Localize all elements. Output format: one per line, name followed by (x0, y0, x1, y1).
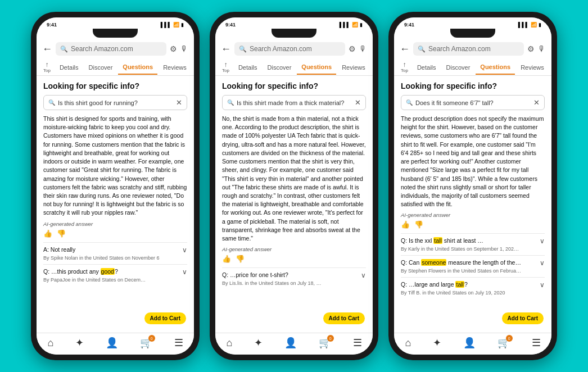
tab-details-2[interactable]: Details (234, 61, 262, 74)
section-title-2: Looking for specific info? (222, 81, 366, 90)
qa-chevron-1-0[interactable]: ∨ (182, 246, 187, 254)
star-icon-1[interactable]: ✦ (75, 337, 84, 349)
thumbdown-icon-2[interactable]: 👎 (236, 255, 245, 263)
search-icon-2: 🔍 (239, 46, 247, 53)
settings-icon-3[interactable]: ⚙ (527, 44, 535, 53)
search-icon-3: 🔍 (418, 46, 426, 53)
thumbdown-icon-1[interactable]: 👎 (57, 229, 66, 238)
tab-reviews-1[interactable]: Reviews (159, 61, 191, 74)
tab-discover-3[interactable]: Discover (442, 61, 475, 74)
tab-top-3[interactable]: ↑ Top (397, 59, 411, 75)
search-bar-text-2: Search Amazon.com (250, 45, 341, 53)
qa-chevron-3-2[interactable]: ∨ (540, 281, 545, 289)
clear-btn-2[interactable]: ✕ (355, 98, 361, 107)
mic-icon-3[interactable]: 🎙 (538, 44, 546, 53)
highlight-tall-2: tall (455, 281, 464, 288)
clear-btn-3[interactable]: ✕ (533, 98, 540, 107)
mic-icon-2[interactable]: 🎙 (359, 44, 367, 53)
back-arrow-1[interactable]: ← (42, 43, 52, 55)
thumbup-icon-2[interactable]: 👍 (222, 255, 231, 263)
add-to-cart-btn-1[interactable]: Add to Cart (144, 312, 186, 324)
question-input-1: Is this shirt good for running? (58, 99, 173, 106)
amazon-header-1: ← 🔍 Search Amazon.com ⚙ 🎙 (37, 39, 194, 59)
tab-reviews-3[interactable]: Reviews (516, 61, 549, 74)
qa-meta-2-0: By Lis.lis. in the United States on July… (222, 280, 366, 286)
settings-icon-2[interactable]: ⚙ (349, 44, 356, 53)
tab-questions-1[interactable]: Questions (118, 60, 157, 75)
qa-meta-3-2: By Tiff B. in the United States on July … (401, 290, 545, 296)
cart-badge-3: 0 (506, 335, 513, 342)
menu-icon-1[interactable]: ☰ (174, 337, 183, 349)
star-icon-3[interactable]: ✦ (433, 337, 441, 349)
bottom-bar-2: ⌂ ✦ 👤 🛒 0 ☰ Add to Cart (215, 333, 373, 355)
qa-item-1-0: A: Not really ∨ By Spike Nolan in the Un… (43, 242, 187, 264)
clear-btn-1[interactable]: ✕ (176, 98, 182, 107)
search-icon-input-3: 🔍 (406, 99, 413, 106)
amazon-header-3: ← 🔍 Search Amazon.com ⚙ 🎙 (394, 39, 551, 59)
ai-label-3: AI-generated answer (401, 212, 545, 218)
answer-text-3: The product description does not specify… (401, 115, 545, 208)
qa-chevron-3-1[interactable]: ∨ (540, 259, 545, 267)
cart-icon-2[interactable]: 🛒 0 (319, 337, 331, 349)
tab-details-1[interactable]: Details (55, 61, 83, 74)
cart-icon-1[interactable]: 🛒 0 (140, 337, 152, 349)
user-icon-2[interactable]: 👤 (284, 337, 297, 349)
home-icon-1[interactable]: ⌂ (47, 337, 53, 349)
thumbup-icon-3[interactable]: 👍 (401, 220, 410, 229)
search-bar-2[interactable]: 🔍 Search Amazon.com (234, 42, 345, 56)
battery-icon-1: ▮ (181, 22, 184, 28)
tab-discover-1[interactable]: Discover (84, 61, 117, 74)
qa-chevron-3-0[interactable]: ∨ (540, 237, 545, 245)
tab-questions-2[interactable]: Questions (297, 60, 336, 75)
star-icon-2[interactable]: ✦ (254, 337, 263, 349)
settings-icon-1[interactable]: ⚙ (170, 44, 177, 53)
wifi-icon-1: 📶 (173, 22, 179, 28)
home-icon-3[interactable]: ⌂ (405, 337, 411, 349)
tab-questions-3[interactable]: Questions (476, 60, 515, 75)
bottom-bar-1: ⌂ ✦ 👤 🛒 0 ☰ Add to Cart (37, 333, 194, 355)
wifi-icon-3: 📶 (531, 22, 537, 28)
question-input-wrap-3[interactable]: 🔍 Does it fit someone 6'7" tall? ✕ (401, 95, 545, 110)
section-title-3: Looking for specific info? (401, 81, 545, 90)
question-input-wrap-1[interactable]: 🔍 Is this shirt good for running? ✕ (43, 95, 187, 110)
answer-text-2: No, the shirt is made from a thin materi… (222, 115, 366, 243)
search-bar-text-3: Search Amazon.com (428, 45, 519, 53)
bottom-bar-3: ⌂ ✦ 👤 🛒 0 ☰ Add to Cart (394, 333, 551, 355)
qa-item-3-0: Q: Is the xxl tall shirt at least … ∨ By… (401, 233, 545, 255)
qa-item-1-1: Q: …this product any good? ∨ By PapaJoe … (43, 264, 187, 286)
tab-details-3[interactable]: Details (413, 61, 441, 74)
tab-top-2[interactable]: ↑ Top (219, 59, 233, 75)
notch-3 (450, 29, 495, 38)
back-arrow-3[interactable]: ← (400, 43, 410, 55)
menu-icon-2[interactable]: ☰ (353, 337, 362, 349)
phone-3-screen: 9:41 ▌▌▌ 📶 ▮ ← 🔍 Search Amazon.com ⚙ 🎙 ↑ (394, 17, 551, 355)
thumbdown-icon-3[interactable]: 👎 (414, 220, 423, 229)
question-input-wrap-2[interactable]: 🔍 Is this shirt made from a thick materi… (222, 95, 366, 110)
search-bar-1[interactable]: 🔍 Search Amazon.com (56, 42, 166, 56)
notch-1 (93, 29, 138, 38)
menu-icon-3[interactable]: ☰ (532, 337, 541, 349)
user-icon-3[interactable]: 👤 (463, 337, 476, 349)
user-icon-1[interactable]: 👤 (106, 337, 118, 349)
home-icon-2[interactable]: ⌂ (226, 337, 232, 349)
status-time-1: 9:41 (47, 22, 57, 28)
back-arrow-2[interactable]: ← (221, 43, 231, 55)
highlight-tall-1: tall (433, 237, 442, 244)
add-to-cart-btn-3[interactable]: Add to Cart (502, 312, 544, 324)
mic-icon-1[interactable]: 🎙 (180, 44, 188, 53)
cart-icon-3[interactable]: 🛒 0 (497, 337, 510, 349)
qa-chevron-2-0[interactable]: ∨ (361, 271, 366, 279)
search-bar-3[interactable]: 🔍 Search Amazon.com (413, 42, 524, 56)
content-area-3: Looking for specific info? 🔍 Does it fit… (394, 76, 551, 333)
notch-area-3 (394, 29, 551, 38)
tab-reviews-2[interactable]: Reviews (337, 61, 370, 74)
qa-question-text-1-1: Q: …this product any good? (43, 268, 118, 275)
signal-icon-3: ▌▌▌ (518, 22, 529, 28)
add-to-cart-btn-2[interactable]: Add to Cart (323, 312, 365, 324)
qa-chevron-1-1[interactable]: ∨ (182, 268, 187, 276)
tab-top-1[interactable]: ↑ Top (40, 59, 54, 75)
tab-discover-2[interactable]: Discover (263, 61, 296, 74)
phone-2: 9:41 ▌▌▌ 📶 ▮ ← 🔍 Search Amazon.com ⚙ 🎙 ↑ (210, 12, 378, 360)
thumbup-icon-1[interactable]: 👍 (43, 229, 52, 238)
qa-item-3-2: Q: …large and large tall? ∨ By Tiff B. i… (401, 277, 545, 299)
